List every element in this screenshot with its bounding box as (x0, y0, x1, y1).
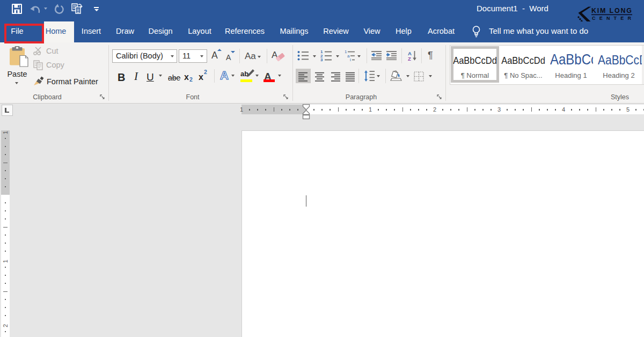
svg-text:A: A (408, 50, 412, 56)
svg-text:KIM LONG: KIM LONG (591, 7, 632, 14)
svg-text:Z: Z (408, 56, 411, 61)
svg-text:3: 3 (320, 57, 323, 62)
svg-text:CENTER: CENTER (592, 16, 632, 21)
svg-text:i: i (350, 57, 351, 62)
